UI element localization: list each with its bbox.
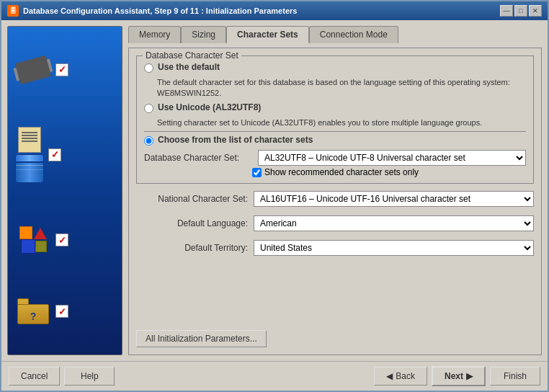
init-params-section: All Initialization Parameters... xyxy=(136,330,534,347)
shapes-icon xyxy=(19,226,47,254)
db-charset-section: Database Character Set Use the default T… xyxy=(136,55,534,184)
chip-icon xyxy=(15,55,51,84)
db-charset-row: Database Character Set: AL32UTF8 – Unico… xyxy=(144,150,526,166)
national-charset-label: National Character Set: xyxy=(136,194,248,204)
radio-use-default: Use the default xyxy=(144,62,526,73)
next-label: Next xyxy=(445,371,463,381)
default-territory-label: Default Territory: xyxy=(136,243,248,253)
next-button[interactable]: Next ▶ xyxy=(432,366,486,386)
nav-right-buttons: ◀ Back Next ▶ Finish xyxy=(374,366,540,386)
content-panel: Database Character Set Use the default T… xyxy=(128,48,542,355)
national-charset-row: National Character Set: AL16UTF16 – Unic… xyxy=(136,190,534,208)
default-territory-row: Default Territory: United States xyxy=(136,239,534,257)
section-divider xyxy=(144,131,526,132)
radio-choose-list-label[interactable]: Choose from the list of character sets xyxy=(158,135,313,145)
db-charset-label: Database Character Set: xyxy=(144,153,252,163)
tab-character-sets[interactable]: Character Sets xyxy=(226,26,309,43)
finish-button[interactable]: Finish xyxy=(490,367,540,386)
back-label: Back xyxy=(396,371,415,381)
tab-connection-mode[interactable]: Connection Mode xyxy=(309,26,398,43)
close-button[interactable]: ✕ xyxy=(529,5,542,17)
init-params-button[interactable]: All Initialization Parameters... xyxy=(136,330,267,347)
sidebar-item-4: ? xyxy=(15,297,115,326)
use-unicode-description: Setting character set to Unicode (AL32UT… xyxy=(157,117,526,128)
tabs-container: Memory Sizing Character Sets Connection … xyxy=(128,26,542,43)
section-title: Database Character Set xyxy=(143,50,241,61)
default-language-row: Default Language: American xyxy=(136,214,534,233)
sidebar-checkbox-3[interactable] xyxy=(55,233,68,246)
main-window: 🗄 Database Configuration Assistant, Step… xyxy=(0,0,549,392)
back-button[interactable]: ◀ Back xyxy=(374,367,427,386)
default-language-select[interactable]: American xyxy=(254,215,534,231)
folder-icon-container: ? xyxy=(15,297,51,326)
window-title: Database Configuration Assistant, Step 9… xyxy=(23,6,297,15)
tab-memory[interactable]: Memory xyxy=(128,26,181,43)
help-button[interactable]: Help xyxy=(64,367,115,386)
use-default-description: The default character set for this datab… xyxy=(157,77,526,99)
spacer xyxy=(136,263,534,324)
sidebar-illustration: ? xyxy=(7,26,122,355)
radio-choose-list: Choose from the list of character sets xyxy=(144,135,526,146)
nav-left-buttons: Cancel Help xyxy=(9,367,115,386)
titlebar: 🗄 Database Configuration Assistant, Step… xyxy=(1,1,548,20)
show-recommended-checkbox[interactable] xyxy=(252,168,262,177)
radio-use-default-input[interactable] xyxy=(144,63,153,73)
national-charset-select[interactable]: AL16UTF16 – Unicode UTF-16 Universal cha… xyxy=(254,191,534,207)
right-panel: Memory Sizing Character Sets Connection … xyxy=(128,26,542,355)
db-charset-select[interactable]: AL32UTF8 – Unicode UTF-8 Universal chara… xyxy=(258,150,526,166)
sidebar-item-1 xyxy=(15,55,115,84)
radio-choose-list-input[interactable] xyxy=(144,136,153,146)
radio-use-default-label[interactable]: Use the default xyxy=(158,62,220,72)
sidebar-checkbox-1[interactable] xyxy=(55,63,68,76)
sidebar-item-2 xyxy=(15,127,115,183)
db-icon xyxy=(15,154,44,183)
maximize-button[interactable]: □ xyxy=(514,5,527,17)
show-recommended-row: Show recommended character sets only xyxy=(252,167,526,177)
next-arrow-icon: ▶ xyxy=(466,371,473,381)
shapes-icon-container xyxy=(15,226,51,254)
folder-icon: ? xyxy=(17,298,49,324)
doc-icon xyxy=(18,127,41,153)
radio-use-unicode: Use Unicode (AL32UTF8) xyxy=(144,102,526,113)
minimize-button[interactable]: — xyxy=(500,5,513,17)
sidebar-checkbox-2[interactable] xyxy=(48,148,61,161)
radio-use-unicode-input[interactable] xyxy=(144,104,153,113)
app-icon: 🗄 xyxy=(7,5,19,17)
sidebar-item-3 xyxy=(15,226,115,254)
back-arrow-icon: ◀ xyxy=(386,371,393,381)
show-recommended-label[interactable]: Show recommended character sets only xyxy=(264,167,419,177)
main-content: ? Memory Sizing Character Sets Connectio… xyxy=(1,20,548,361)
cancel-button[interactable]: Cancel xyxy=(9,367,60,386)
radio-use-unicode-label[interactable]: Use Unicode (AL32UTF8) xyxy=(158,102,261,112)
tab-sizing[interactable]: Sizing xyxy=(181,26,226,43)
default-territory-select[interactable]: United States xyxy=(254,240,534,256)
window-controls: — □ ✕ xyxy=(500,5,542,17)
bottom-nav: Cancel Help ◀ Back Next ▶ Finish xyxy=(1,361,548,391)
chip-icon-container xyxy=(15,55,51,84)
default-language-label: Default Language: xyxy=(136,218,248,228)
sidebar-checkbox-4[interactable] xyxy=(55,305,68,318)
